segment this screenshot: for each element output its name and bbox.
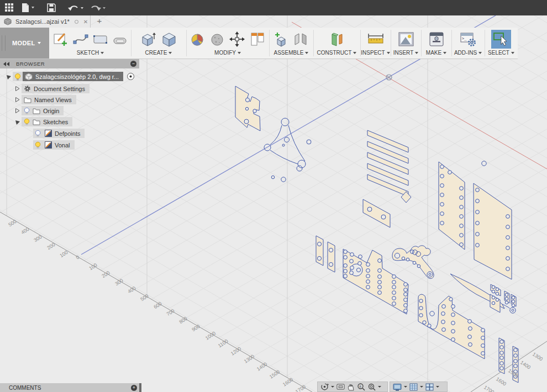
- visibility-bulb-on[interactable]: [13, 72, 23, 81]
- measure-icon[interactable]: [366, 31, 385, 47]
- row-label: Vonal: [55, 142, 70, 149]
- pan-icon[interactable]: [347, 383, 355, 391]
- toolbar: MODEL: [0, 28, 518, 59]
- row-label: Defpoints: [55, 130, 80, 137]
- browser-row-sketches[interactable]: Sketches: [14, 117, 72, 126]
- file-new-icon[interactable]: [21, 3, 35, 13]
- browser-collapse-all-icon[interactable]: −: [130, 61, 136, 67]
- fit-icon[interactable]: [367, 383, 376, 391]
- panel-resize-handle[interactable]: [139, 383, 141, 392]
- make-3dprint-icon[interactable]: [428, 31, 445, 47]
- create-form-icon[interactable]: [160, 30, 178, 48]
- display-settings-icon[interactable]: [393, 383, 402, 391]
- save-icon[interactable]: [46, 3, 56, 13]
- undo-icon[interactable]: [67, 3, 85, 13]
- group-label-sketch[interactable]: SKETCH: [77, 50, 104, 56]
- zoom-icon[interactable]: ±: [357, 383, 365, 391]
- document-cube-icon: [3, 18, 12, 26]
- browser-row-named-views[interactable]: Named Views: [14, 95, 76, 104]
- row-label: Sketches: [43, 119, 68, 125]
- rectangle-tool-icon[interactable]: [92, 31, 109, 47]
- group-label-addins[interactable]: ADD-INS: [454, 50, 482, 56]
- group-label-construct[interactable]: CONSTRUCT: [317, 50, 357, 56]
- group-label-make[interactable]: MAKE: [426, 50, 446, 56]
- slot-tool-icon[interactable]: [112, 31, 129, 47]
- browser-row-document-settings[interactable]: Document Settings: [14, 84, 90, 93]
- new-component-icon[interactable]: [273, 31, 290, 47]
- group-label-create[interactable]: CREATE: [145, 50, 172, 56]
- select-tool-icon[interactable]: [491, 30, 511, 49]
- group-label-insert[interactable]: INSERT: [393, 50, 419, 56]
- collapse-panel-icon[interactable]: [3, 61, 10, 67]
- nav-orbit-group: ±: [317, 382, 388, 392]
- group-label-assemble[interactable]: ASSEMBLE: [274, 50, 309, 56]
- folder-icon: [33, 119, 40, 125]
- workspace-label: MODEL: [12, 40, 35, 46]
- row-label: Named Views: [34, 97, 72, 103]
- browser-row-root[interactable]: Szalagcsiszológép 2.0, dwg r...: [6, 72, 135, 81]
- expand-arrow-icon[interactable]: [6, 73, 12, 80]
- toolbar-grip: [2, 35, 6, 51]
- find-in-window-icon[interactable]: [127, 72, 135, 81]
- scripts-addins-icon[interactable]: >_: [459, 31, 477, 47]
- physical-material-icon[interactable]: [209, 31, 225, 47]
- folder-icon: [24, 97, 31, 103]
- chevron-down-icon[interactable]: [331, 386, 334, 388]
- chevron-down-icon[interactable]: [436, 386, 439, 388]
- browser-row-defpoints[interactable]: Defpoints: [33, 129, 85, 138]
- visibility-bulb-off-icon[interactable]: [24, 107, 30, 114]
- group-label-select[interactable]: SELECT: [488, 50, 514, 56]
- comments-expand-icon[interactable]: +: [131, 385, 137, 391]
- grid-settings-icon[interactable]: [409, 383, 418, 391]
- collapsed-arrow-icon[interactable]: [14, 108, 20, 114]
- redo-icon[interactable]: [90, 3, 107, 13]
- expand-arrow-icon[interactable]: [14, 119, 20, 125]
- browser-row-vonal[interactable]: Vonal: [33, 140, 75, 150]
- toolbar-group-make: MAKE: [421, 28, 451, 59]
- viewports-icon[interactable]: [425, 383, 434, 391]
- joint-icon[interactable]: [293, 31, 309, 47]
- look-at-icon[interactable]: [336, 383, 345, 390]
- new-tab-button[interactable]: +: [93, 15, 106, 28]
- root-label: Szalagcsiszológép 2.0, dwg r...: [35, 73, 119, 80]
- chevron-down-icon[interactable]: [404, 386, 407, 388]
- apps-grid-icon[interactable]: [4, 3, 14, 13]
- root-node[interactable]: Szalagcsiszológép 2.0, dwg r...: [23, 72, 123, 81]
- collapsed-arrow-icon[interactable]: [14, 86, 20, 92]
- spline-icon[interactable]: [72, 31, 89, 47]
- create-sketch-icon[interactable]: [52, 31, 69, 47]
- svg-text:>_: >_: [462, 36, 467, 41]
- sketch-icon: [45, 141, 52, 149]
- gear-icon: [24, 85, 31, 92]
- tab-close-icon[interactable]: ✕: [83, 19, 88, 25]
- document-tab[interactable]: Szalagcsi...ajzai v1* ✕: [0, 15, 91, 28]
- toolbar-group-assemble: ASSEMBLE: [269, 28, 313, 59]
- chevron-down-icon[interactable]: [378, 386, 381, 388]
- folder-icon: [33, 108, 40, 114]
- workspace-selector[interactable]: MODEL: [0, 28, 49, 59]
- collapsed-arrow-icon[interactable]: [14, 97, 20, 103]
- toolbar-group-modify: MODIFY: [186, 28, 269, 59]
- group-label-inspect[interactable]: INSPECT: [361, 50, 390, 56]
- toolbar-group-inspect: INSPECT: [360, 28, 391, 59]
- toolbar-group-insert: INSERT: [391, 28, 421, 59]
- visibility-bulb-on[interactable]: [33, 140, 43, 150]
- comments-bar[interactable]: COMMENTS +: [0, 383, 139, 392]
- group-label-modify[interactable]: MODIFY: [214, 50, 241, 56]
- visibility-bulb-on-icon[interactable]: [24, 118, 30, 125]
- tab-label: Szalagcsi...ajzai v1*: [15, 18, 70, 25]
- construction-plane-icon[interactable]: [328, 31, 346, 47]
- browser-row-origin[interactable]: Origin: [14, 106, 64, 115]
- press-pull-icon[interactable]: [190, 31, 205, 47]
- visibility-bulb-off[interactable]: [33, 129, 43, 138]
- chevron-down-icon[interactable]: [420, 386, 423, 388]
- orbit-icon[interactable]: [320, 383, 329, 391]
- browser-header: BROWSER −: [0, 59, 139, 68]
- browser-title: BROWSER: [16, 61, 45, 67]
- insert-image-icon[interactable]: [397, 31, 415, 47]
- title-bar: [0, 0, 547, 15]
- change-parameters-icon[interactable]: [249, 31, 266, 47]
- move-copy-icon[interactable]: [229, 31, 245, 47]
- fusion360-window: { "title_bar": { "icons": ["apps-grid", …: [0, 0, 547, 392]
- extrude-icon[interactable]: [139, 30, 157, 48]
